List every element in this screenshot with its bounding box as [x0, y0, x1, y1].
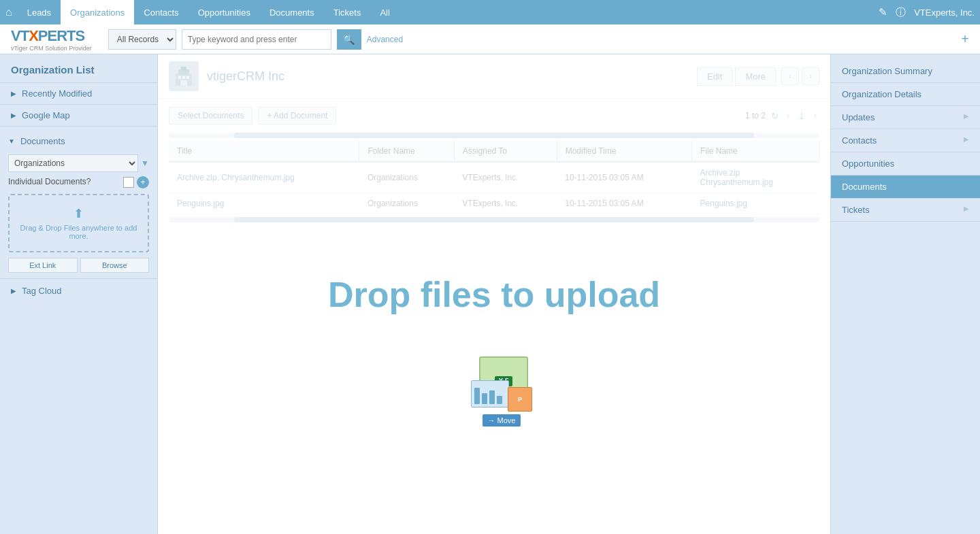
- search-filter-select[interactable]: All Records: [108, 29, 176, 50]
- cell-title-0[interactable]: Archive.zip, Chrysanthemum.jpg: [169, 162, 359, 193]
- drop-zone[interactable]: ⬆ Drag & Drop Files anywhere to add more…: [8, 194, 149, 252]
- google-map-label: Google Map: [22, 110, 70, 120]
- col-filename: File Name: [692, 141, 819, 162]
- add-button[interactable]: +: [961, 31, 969, 47]
- filter-dropdown-icon: ▼: [141, 158, 149, 168]
- chart-file-icon: [471, 380, 509, 407]
- recently-modified-section: ▶ Recently Modified: [0, 83, 157, 105]
- org-building-icon: [173, 65, 195, 87]
- cell-folder-0: Organizations: [359, 162, 454, 193]
- refresh-icon[interactable]: ↻: [771, 111, 779, 121]
- org-next-button[interactable]: ›: [802, 67, 819, 85]
- nav-all[interactable]: All: [370, 0, 399, 24]
- right-nav-org-details[interactable]: Organization Details: [831, 83, 980, 106]
- nav-opportunities[interactable]: Opportunities: [189, 0, 260, 24]
- svg-rect-3: [178, 76, 181, 79]
- search-bar: VTXPERTS vTiger CRM Solution Provider Al…: [0, 24, 980, 54]
- edit-button[interactable]: Edit: [697, 67, 732, 86]
- svg-rect-5: [186, 76, 189, 79]
- browse-button[interactable]: Browse: [80, 258, 150, 273]
- updates-chevron: ▶: [964, 112, 969, 120]
- main-layout: Organization List ▶ Recently Modified ▶ …: [0, 54, 980, 534]
- logo-text: VTXPERTS: [11, 27, 84, 44]
- left-sidebar: Organization List ▶ Recently Modified ▶ …: [0, 54, 158, 534]
- right-nav-documents[interactable]: Documents: [831, 176, 980, 199]
- link-browse-row: Ext Link Browse: [8, 258, 149, 273]
- nav-leads[interactable]: Leads: [18, 0, 61, 24]
- cell-filename-0[interactable]: Archive.zipChrysanthemum.jpg: [692, 162, 819, 193]
- documents-label: Documents: [20, 136, 65, 146]
- google-map-header[interactable]: ▶ Google Map: [0, 105, 157, 126]
- col-title: Title: [169, 141, 359, 162]
- right-nav-opportunities[interactable]: Opportunities: [831, 152, 980, 176]
- col-folder: Folder Name: [359, 141, 454, 162]
- tag-cloud-section[interactable]: ▶ Tag Cloud: [0, 278, 157, 303]
- org-nav-arrows: ‹ ›: [781, 67, 819, 85]
- sidebar-title: Organization List: [0, 54, 157, 83]
- org-icon: [169, 61, 199, 91]
- pagination-info: 1 to 2: [745, 111, 766, 120]
- nav-tickets[interactable]: Tickets: [324, 0, 371, 24]
- nav-documents[interactable]: Documents: [260, 0, 324, 24]
- docs-actions: +: [123, 176, 149, 188]
- ext-link-button[interactable]: Ext Link: [8, 258, 78, 273]
- tag-cloud-label: Tag Cloud: [22, 286, 62, 296]
- next-page-button[interactable]: ›: [811, 111, 819, 120]
- select-documents-button[interactable]: Select Documents: [169, 107, 252, 124]
- right-nav-org-summary[interactable]: Organization Summary: [831, 60, 980, 83]
- recently-modified-arrow: ▶: [11, 90, 16, 97]
- info-icon[interactable]: ⓘ: [896, 6, 906, 19]
- home-icon[interactable]: ⌂: [5, 6, 12, 18]
- ppt-file-icon: P: [508, 387, 532, 412]
- svg-rect-6: [180, 80, 187, 86]
- table-scroll-bar-top[interactable]: [169, 133, 819, 138]
- add-doc-circle-button[interactable]: +: [137, 176, 149, 188]
- right-nav-tickets[interactable]: Tickets ▶: [831, 199, 980, 222]
- drag-icon-container: X 5 P → Move: [471, 354, 532, 427]
- nav-right-area: ✎ ⓘ VTExperts, Inc.: [879, 6, 975, 19]
- advanced-search-link[interactable]: Advanced: [367, 35, 403, 44]
- contacts-chevron: ▶: [964, 135, 969, 143]
- drop-overlay-text: Drop files to upload: [328, 274, 660, 315]
- google-map-arrow: ▶: [11, 112, 16, 119]
- cell-title-1[interactable]: Penguins.jpg: [169, 193, 359, 214]
- org-name: vtigerCRM Inc: [207, 69, 284, 84]
- dragged-file-icon: X 5 P: [471, 354, 532, 412]
- edit-icon[interactable]: ✎: [879, 6, 887, 18]
- cell-assigned-1: VTExperts, Inc.: [454, 193, 557, 214]
- cell-filename-1[interactable]: Penguins.jpg: [692, 193, 819, 214]
- google-map-section: ▶ Google Map: [0, 105, 157, 127]
- download-icon[interactable]: ⤓: [798, 110, 806, 121]
- col-assigned: Assigned To: [454, 141, 557, 162]
- documents-filter-select[interactable]: Organizations: [8, 154, 138, 172]
- individual-docs-checkbox[interactable]: [123, 177, 134, 188]
- individual-docs-row: Individual Documents? +: [8, 176, 149, 188]
- cell-modified-0: 10-11-2015 03:05 AM: [557, 162, 691, 193]
- right-nav-contacts[interactable]: Contacts ▶: [831, 129, 980, 152]
- nav-organizations[interactable]: Organizations: [61, 0, 134, 24]
- logo-sub: vTiger CRM Solution Provider: [11, 45, 92, 52]
- prev-page-button[interactable]: ‹: [784, 111, 792, 120]
- table-row: Archive.zip, Chrysanthemum.jpg Organizat…: [169, 162, 819, 193]
- table-scroll-bar-bottom[interactable]: [169, 217, 819, 222]
- recently-modified-header[interactable]: ▶ Recently Modified: [0, 83, 157, 104]
- add-document-button[interactable]: + Add Document: [258, 107, 336, 124]
- documents-header[interactable]: ▼ Documents: [8, 132, 149, 150]
- logo-x-span: X: [29, 27, 38, 44]
- right-nav-updates[interactable]: Updates ▶: [831, 106, 980, 129]
- right-sidebar: Organization Summary Organization Detail…: [830, 54, 980, 534]
- drop-icon: ⬆: [15, 206, 142, 221]
- more-button[interactable]: More: [735, 67, 776, 86]
- documents-area: Select Documents + Add Document 1 to 2 ↻…: [158, 99, 830, 233]
- search-input[interactable]: [182, 29, 331, 50]
- bar-4: [497, 396, 502, 404]
- org-prev-button[interactable]: ‹: [781, 67, 799, 85]
- drop-zone-text: Drag & Drop Files anywhere to add more.: [20, 224, 137, 240]
- table-scroll-thumb-bottom: [234, 217, 755, 222]
- tickets-chevron: ▶: [964, 205, 969, 212]
- documents-table: Title Folder Name Assigned To Modified T…: [169, 141, 819, 214]
- documents-filter-row: Organizations ▼: [8, 154, 149, 172]
- nav-contacts[interactable]: Contacts: [134, 0, 188, 24]
- search-button[interactable]: 🔍: [337, 29, 361, 50]
- user-label[interactable]: VTExperts, Inc.: [914, 7, 975, 18]
